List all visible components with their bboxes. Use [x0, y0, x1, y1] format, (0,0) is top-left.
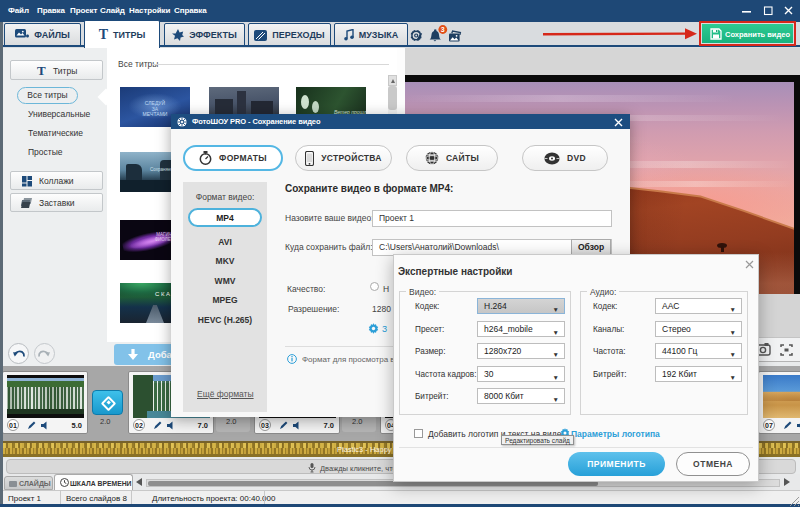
svg-text:3: 3: [441, 26, 445, 33]
